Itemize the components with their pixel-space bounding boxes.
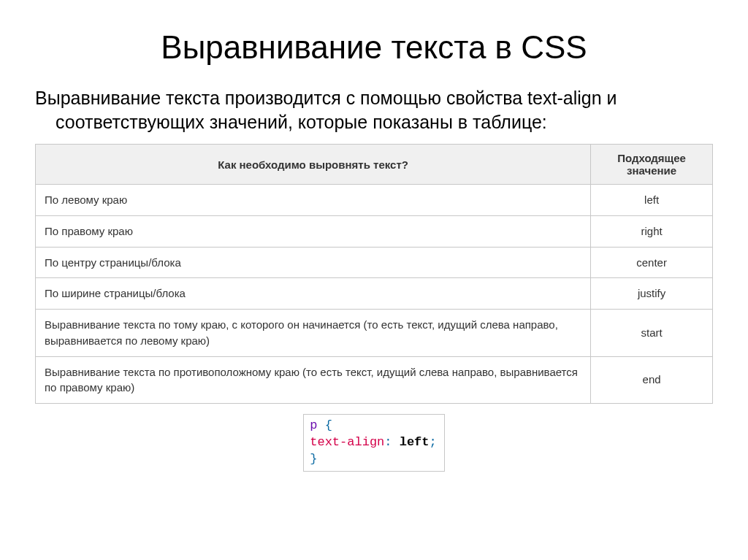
- row-value: center: [591, 247, 713, 278]
- code-example-wrap: p { text-align: left; }: [35, 414, 713, 472]
- code-selector: p: [310, 418, 317, 432]
- slide: Выравнивание текста в CSS Выравнивание т…: [0, 0, 748, 486]
- code-example: p { text-align: left; }: [303, 414, 444, 472]
- row-description: По центру страницы/блока: [36, 247, 591, 278]
- code-property: text-align: [310, 435, 384, 449]
- row-description: По левому краю: [36, 185, 591, 216]
- row-description: Выравнивание текста по тому краю, с кото…: [36, 310, 591, 357]
- row-description: Выравнивание текста по противоположному …: [36, 356, 591, 404]
- row-description: По правому краю: [36, 215, 591, 247]
- header-description: Как необходимо выровнять текст?: [36, 145, 591, 185]
- table-row: Выравнивание текста по противоположному …: [36, 356, 713, 404]
- row-description: По ширине страницы/блока: [36, 278, 591, 310]
- code-semicolon: ;: [430, 435, 437, 449]
- table-row: По правому краю right: [36, 215, 713, 247]
- row-value: right: [591, 215, 713, 247]
- code-brace-open: {: [325, 418, 332, 432]
- slide-title: Выравнивание текста в CSS: [35, 29, 713, 66]
- text-align-table: Как необходимо выровнять текст? Подходящ…: [35, 144, 713, 404]
- row-value: end: [591, 356, 713, 404]
- code-value: left: [400, 435, 430, 449]
- code-brace-close: }: [310, 452, 317, 466]
- row-value: justify: [591, 278, 713, 310]
- row-value: left: [591, 185, 713, 216]
- row-value: start: [591, 310, 713, 357]
- table-row: По центру страницы/блока center: [36, 247, 713, 278]
- code-colon: :: [384, 435, 392, 449]
- table-row: По левому краю left: [36, 185, 713, 216]
- header-value: Подходящее значение: [591, 145, 713, 185]
- table-row: Выравнивание текста по тому краю, с кото…: [36, 310, 713, 357]
- table-row: По ширине страницы/блока justify: [36, 278, 713, 310]
- table-header-row: Как необходимо выровнять текст? Подходящ…: [36, 145, 713, 185]
- slide-description: Выравнивание текста производится с помощ…: [35, 86, 713, 134]
